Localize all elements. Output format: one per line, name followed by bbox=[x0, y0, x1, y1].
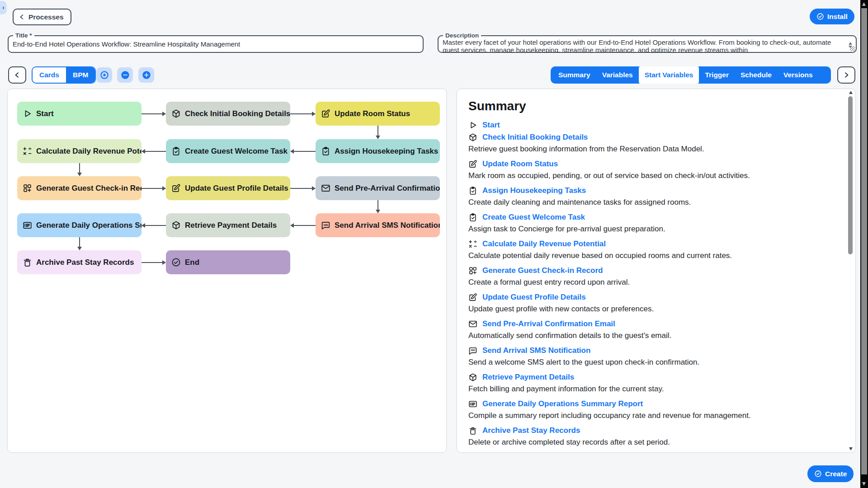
canvas-prev-button[interactable] bbox=[8, 66, 26, 84]
summary-link-calculate-daily-revenue-potential[interactable]: Calculate Daily Revenue Potential bbox=[482, 239, 606, 249]
flow-edge bbox=[294, 151, 316, 152]
chevron-left-icon bbox=[19, 14, 25, 20]
tab-summary[interactable]: Summary bbox=[552, 66, 596, 84]
scroll-down-icon[interactable] bbox=[849, 447, 853, 450]
svg-text:SMS: SMS bbox=[323, 224, 328, 226]
scroll-up-icon[interactable] bbox=[862, 2, 866, 6]
flow-node-calculate-daily-revenue-potential[interactable]: Calculate Daily Revenue Potential bbox=[17, 139, 142, 163]
page-scrollbar[interactable] bbox=[860, 0, 868, 488]
summary-item-row: Update Guest Profile Details bbox=[468, 291, 835, 303]
trash-icon bbox=[468, 426, 477, 435]
summary-item-description: Fetch billing and payment information fo… bbox=[468, 384, 835, 394]
summary-item-description: Compile a summary report including occup… bbox=[468, 411, 835, 420]
arrowhead-icon bbox=[312, 112, 316, 116]
summary-link-start[interactable]: Start bbox=[482, 121, 500, 130]
summary-scrollbar[interactable] bbox=[848, 90, 854, 451]
install-button[interactable]: Install bbox=[810, 9, 854, 24]
summary-item-description: Delete or archive completed stay records… bbox=[468, 437, 835, 447]
summary-link-retrieve-payment-details[interactable]: Retrieve Payment Details bbox=[482, 373, 574, 382]
summary-item: Retrieve Payment DetailsFetch billing an… bbox=[468, 371, 835, 394]
tab-schedule[interactable]: Schedule bbox=[735, 66, 778, 84]
flow-edge bbox=[142, 262, 162, 263]
flow-node-label: End bbox=[185, 258, 199, 267]
flow-node-generate-daily-operations-summary-report[interactable]: Generate Daily Operations Summary Report bbox=[17, 213, 142, 237]
tabs-next-button[interactable] bbox=[837, 66, 855, 84]
flow-node-send-arrival-sms-notification[interactable]: SMSSend Arrival SMS Notification bbox=[316, 213, 440, 237]
minus-circle-icon bbox=[120, 70, 130, 80]
flow-edge bbox=[290, 113, 312, 114]
summary-item: Calculate Daily Revenue PotentialCalcula… bbox=[468, 238, 835, 260]
summary-item-row: Send Pre-Arrival Confirmation Email bbox=[468, 318, 835, 330]
summary-link-create-guest-welcome-task[interactable]: Create Guest Welcome Task bbox=[482, 213, 585, 222]
summary-link-send-arrival-sms-notification[interactable]: Send Arrival SMS Notification bbox=[482, 346, 590, 355]
check-circle-icon bbox=[814, 470, 822, 478]
description-textarea[interactable]: Master every facet of your hotel operati… bbox=[443, 39, 842, 53]
back-to-processes-button[interactable]: Processes bbox=[13, 9, 71, 25]
create-button[interactable]: Create bbox=[807, 465, 854, 482]
flow-node-update-room-status[interactable]: Update Room Status bbox=[316, 102, 440, 126]
reset-zoom-button[interactable] bbox=[96, 67, 112, 83]
box-icon bbox=[468, 133, 477, 142]
flow-canvas[interactable]: StartCheck Initial Booking DetailsUpdate… bbox=[8, 89, 446, 452]
zoom-in-button[interactable] bbox=[138, 67, 154, 83]
card-list-icon bbox=[23, 221, 32, 230]
flow-node-retrieve-payment-details[interactable]: Retrieve Payment Details bbox=[166, 213, 290, 237]
summary-link-update-room-status[interactable]: Update Room Status bbox=[482, 160, 558, 169]
tab-start-variables[interactable]: Start Variables bbox=[639, 66, 699, 84]
arrowhead-icon bbox=[376, 136, 380, 139]
summary-link-generate-daily-operations-summary-report[interactable]: Generate Daily Operations Summary Report bbox=[482, 399, 643, 408]
flow-node-label: Retrieve Payment Details bbox=[185, 221, 277, 230]
summary-link-check-initial-booking-details[interactable]: Check Initial Booking Details bbox=[482, 133, 588, 142]
summary-link-send-pre-arrival-confirmation-email[interactable]: Send Pre-Arrival Confirmation Email bbox=[482, 319, 615, 328]
flow-node-start[interactable]: Start bbox=[17, 102, 142, 126]
flow-node-update-guest-profile-details[interactable]: Update Guest Profile Details bbox=[166, 176, 290, 200]
flow-node-create-guest-welcome-task[interactable]: Create Guest Welcome Task bbox=[166, 139, 290, 163]
flow-node-check-initial-booking-details[interactable]: Check Initial Booking Details bbox=[166, 102, 290, 126]
flow-node-generate-guest-check-in-record[interactable]: Generate Guest Check-in Record bbox=[17, 176, 142, 200]
summary-item-description: Retrieve guest booking information from … bbox=[468, 144, 835, 154]
summary-item: Archive Past Stay RecordsDelete or archi… bbox=[468, 424, 835, 447]
arrowhead-icon bbox=[290, 223, 294, 228]
summary-scrollbar-thumb[interactable] bbox=[848, 96, 853, 254]
plus-circle-icon bbox=[142, 70, 151, 80]
card-list-icon bbox=[468, 399, 477, 408]
flow-node-assign-housekeeping-tasks[interactable]: Assign Housekeeping Tasks bbox=[316, 139, 440, 163]
textarea-resize-grip[interactable] bbox=[850, 46, 855, 51]
summary-item: End bbox=[468, 451, 835, 452]
summary-item: Generate Guest Check-in RecordCreate a f… bbox=[468, 264, 835, 287]
flow-node-label: Calculate Daily Revenue Potential bbox=[36, 147, 142, 156]
summary-link-archive-past-stay-records[interactable]: Archive Past Stay Records bbox=[482, 426, 580, 435]
view-mode-bpm[interactable]: BPM bbox=[66, 67, 95, 83]
arrowhead-icon bbox=[77, 173, 82, 176]
tab-trigger[interactable]: Trigger bbox=[699, 66, 735, 84]
flow-node-label: Update Guest Profile Details bbox=[185, 184, 288, 193]
flow-node-label: Update Room Status bbox=[335, 109, 410, 118]
scroll-down-icon[interactable] bbox=[862, 482, 866, 486]
flow-node-end[interactable]: End bbox=[166, 250, 290, 274]
page-scrollbar-thumb[interactable] bbox=[861, 8, 867, 474]
summary-list: StartCheck Initial Booking DetailsRetrie… bbox=[468, 119, 835, 452]
tab-variables[interactable]: Variables bbox=[596, 66, 639, 84]
back-button-label: Processes bbox=[28, 13, 64, 21]
title-input[interactable] bbox=[9, 39, 423, 51]
summary-item-row: End bbox=[468, 451, 835, 452]
scroll-up-icon[interactable] bbox=[849, 42, 852, 45]
flow-node-archive-past-stay-records[interactable]: Archive Past Stay Records bbox=[17, 250, 142, 274]
view-mode-cards[interactable]: Cards bbox=[33, 67, 66, 83]
zoom-out-button[interactable] bbox=[117, 67, 133, 83]
sms-icon: SMS bbox=[468, 346, 477, 355]
edit-icon bbox=[171, 183, 181, 193]
scroll-up-icon[interactable] bbox=[849, 91, 853, 94]
summary-link-assign-housekeeping-tasks[interactable]: Assign Housekeeping Tasks bbox=[482, 186, 586, 195]
sidebar-expand-handle[interactable]: › bbox=[0, 1, 7, 14]
summary-link-update-guest-profile-details[interactable]: Update Guest Profile Details bbox=[482, 293, 586, 302]
play-icon bbox=[23, 109, 32, 118]
tab-versions[interactable]: Versions bbox=[778, 66, 819, 84]
flow-node-send-pre-arrival-confirmation-email[interactable]: Send Pre-Arrival Confirmation Email bbox=[316, 176, 440, 200]
clipboard-check-icon bbox=[468, 213, 477, 222]
flow-edge bbox=[145, 225, 166, 226]
description-field-group: Description Master every facet of your h… bbox=[438, 32, 857, 53]
summary-item-description: Send a welcome SMS alert to the guest up… bbox=[468, 357, 835, 367]
trash-icon bbox=[23, 258, 32, 267]
summary-link-generate-guest-check-in-record[interactable]: Generate Guest Check-in Record bbox=[482, 266, 603, 275]
